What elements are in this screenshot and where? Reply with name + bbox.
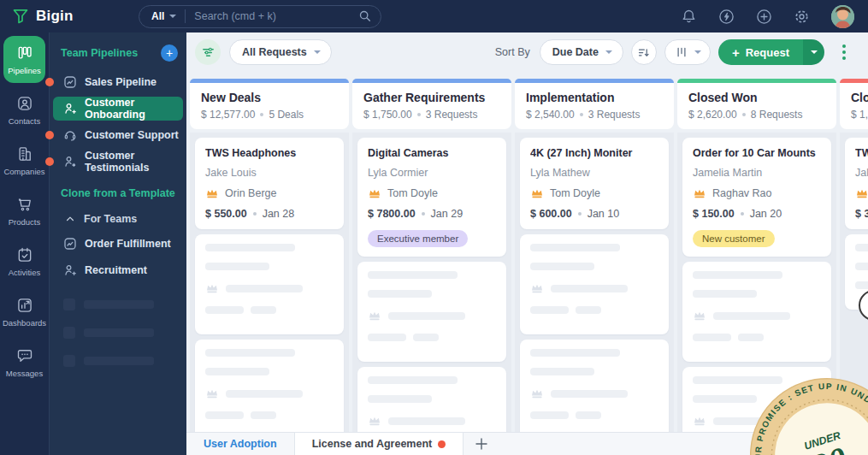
person-star-icon bbox=[63, 155, 77, 168]
tab-user-adoption[interactable]: User Adoption bbox=[186, 433, 295, 455]
bell-icon[interactable] bbox=[681, 9, 697, 25]
trend-icon bbox=[63, 75, 77, 89]
column-name: Closed Lost bbox=[851, 91, 868, 104]
skeleton-row bbox=[50, 298, 186, 310]
more-options-button[interactable] bbox=[832, 40, 856, 64]
pipeline-item-sales[interactable]: Sales Pipeline bbox=[53, 70, 183, 94]
kanban-column-implementation: Implementation $ 2,540.00 3 Requests 4K … bbox=[515, 79, 674, 432]
divider bbox=[185, 9, 186, 23]
sidebar-item-products[interactable]: Products bbox=[3, 187, 45, 234]
brand-name: Bigin bbox=[36, 8, 74, 25]
sort-field-dropdown[interactable]: Due Date bbox=[540, 39, 623, 65]
avatar[interactable] bbox=[831, 5, 854, 28]
primary-sidebar: Pipelines Contacts Companies Products bbox=[0, 32, 49, 455]
plus-icon bbox=[475, 438, 487, 450]
deal-date: Jan 29 bbox=[431, 208, 464, 220]
crown-icon bbox=[855, 186, 868, 200]
filter-button[interactable] bbox=[195, 39, 221, 65]
sidebar-item-contacts[interactable]: Contacts bbox=[3, 86, 45, 133]
kanban-icon bbox=[16, 44, 33, 62]
topbar-actions bbox=[681, 5, 868, 28]
column-count: 3 Requests bbox=[588, 109, 641, 121]
deal-card[interactable]: 4K (27 Inch) Moniter Lyla Mathew Tom Doy… bbox=[520, 138, 669, 229]
request-filter-value: All Requests bbox=[242, 46, 307, 58]
column-amount: $ 12,577.00 bbox=[201, 109, 255, 121]
template-item-recruitment[interactable]: Recruitment bbox=[53, 258, 183, 282]
deal-date: Jan 28 bbox=[263, 208, 295, 220]
sidebar-item-label: Products bbox=[9, 217, 41, 227]
add-board-tab-button[interactable] bbox=[464, 433, 499, 455]
sidebar-item-activities[interactable]: Activities bbox=[3, 238, 45, 285]
deal-title: 4K (27 Inch) Moniter bbox=[530, 147, 658, 159]
deal-amount: $ 600.00 bbox=[530, 208, 572, 220]
clone-template-header: Clone from a Template bbox=[61, 187, 175, 199]
add-plus-icon[interactable] bbox=[756, 9, 772, 25]
column-name: Closed Won bbox=[688, 91, 825, 104]
kanban-column-gather-requirements: Gather Requirements $ 1,750.00 3 Request… bbox=[352, 79, 511, 432]
kanban-column-new-deals: New Deals $ 12,577.00 5 Deals TWS Headph… bbox=[190, 79, 349, 432]
request-dropdown-toggle[interactable] bbox=[803, 39, 824, 65]
skeleton-row bbox=[50, 327, 186, 339]
deal-date: Jan 10 bbox=[588, 208, 620, 220]
team-pipelines-header: Team Pipelines bbox=[61, 47, 138, 59]
deal-amount: $ 550.00 bbox=[205, 208, 247, 220]
pipeline-item-customer-testimonials[interactable]: Customer Testimonials bbox=[53, 150, 183, 174]
deal-card[interactable]: TWS Headphones Jake Louis $ 3 bbox=[845, 138, 868, 229]
kanban-board: New Deals $ 12,577.00 5 Deals TWS Headph… bbox=[186, 72, 868, 432]
global-search[interactable]: All bbox=[139, 5, 381, 28]
add-pipeline-button[interactable]: + bbox=[161, 44, 178, 62]
pipeline-item-customer-support[interactable]: Customer Support bbox=[53, 123, 183, 147]
deal-card[interactable]: Digital Cameras Lyla Cormier Tom Doyle $… bbox=[357, 138, 506, 257]
template-item-order-fulfillment[interactable]: Order Fulfillment bbox=[53, 232, 183, 256]
sidebar-item-label: Activities bbox=[9, 268, 40, 277]
quick-actions-bolt-icon[interactable] bbox=[718, 9, 735, 25]
pipeline-item-customer-onboarding[interactable]: Customer Onboarding bbox=[53, 97, 183, 121]
crown-icon bbox=[368, 414, 381, 428]
deal-amount: $ 3 bbox=[855, 208, 868, 220]
skeleton-card bbox=[357, 367, 506, 432]
gear-icon[interactable] bbox=[794, 9, 810, 25]
crown-icon bbox=[530, 387, 544, 400]
headset-icon bbox=[63, 128, 77, 142]
sidebar-item-dashboards[interactable]: Dashboards bbox=[3, 288, 45, 335]
deal-contact: Jamelia Martin bbox=[693, 167, 821, 179]
search-input[interactable] bbox=[194, 10, 358, 22]
tab-license-and-agreement[interactable]: License and Agreement bbox=[295, 433, 464, 455]
deal-owner: Tom Doyle bbox=[550, 187, 600, 199]
template-item-label: Recruitment bbox=[85, 264, 147, 276]
pipeline-item-label: Sales Pipeline bbox=[85, 76, 156, 88]
sidebar-item-companies[interactable]: Companies bbox=[3, 137, 45, 184]
deal-title: TWS Headphones bbox=[855, 147, 868, 159]
sidebar-item-label: Messages bbox=[6, 369, 43, 378]
deal-card[interactable]: Order for 10 Car Mounts Jamelia Martin R… bbox=[682, 138, 831, 257]
board-view-dropdown[interactable] bbox=[664, 39, 711, 65]
trend-icon bbox=[63, 237, 77, 251]
deal-tag: New customer bbox=[693, 230, 775, 247]
deal-card[interactable]: TWS Headphones Jake Louis Orin Berge $ 5… bbox=[195, 138, 344, 229]
skeleton-card bbox=[682, 262, 831, 362]
column-amount: $ 2,620.00 bbox=[688, 109, 737, 121]
request-filter-dropdown[interactable]: All Requests bbox=[229, 39, 332, 65]
deal-contact: Lyla Mathew bbox=[530, 167, 658, 179]
sidebar-item-messages[interactable]: Messages bbox=[3, 339, 45, 386]
deal-contact: Lyla Cormier bbox=[368, 167, 496, 179]
pipeline-item-label: Customer Onboarding bbox=[85, 97, 183, 121]
deal-title: TWS Headphones bbox=[205, 147, 334, 159]
chevron-down-icon bbox=[694, 50, 701, 54]
template-group-for-teams[interactable]: For Teams bbox=[53, 208, 183, 230]
notification-dot bbox=[45, 157, 54, 166]
brand[interactable]: Bigin bbox=[0, 8, 103, 25]
crown-icon bbox=[693, 309, 706, 322]
deal-title: Digital Cameras bbox=[368, 147, 496, 159]
skeleton-row bbox=[50, 355, 186, 367]
sort-direction-button[interactable] bbox=[631, 39, 657, 65]
column-name: Gather Requirements bbox=[363, 91, 500, 104]
sidebar-item-pipelines[interactable]: Pipelines bbox=[3, 36, 45, 83]
sort-field-value: Due Date bbox=[552, 46, 599, 58]
deal-date: Jan 20 bbox=[750, 208, 782, 220]
crown-icon bbox=[693, 186, 706, 200]
new-request-button[interactable]: +Request bbox=[718, 39, 824, 65]
crown-icon bbox=[368, 186, 381, 200]
search-scope-dropdown[interactable]: All bbox=[151, 10, 176, 22]
skeleton-card bbox=[195, 340, 344, 432]
